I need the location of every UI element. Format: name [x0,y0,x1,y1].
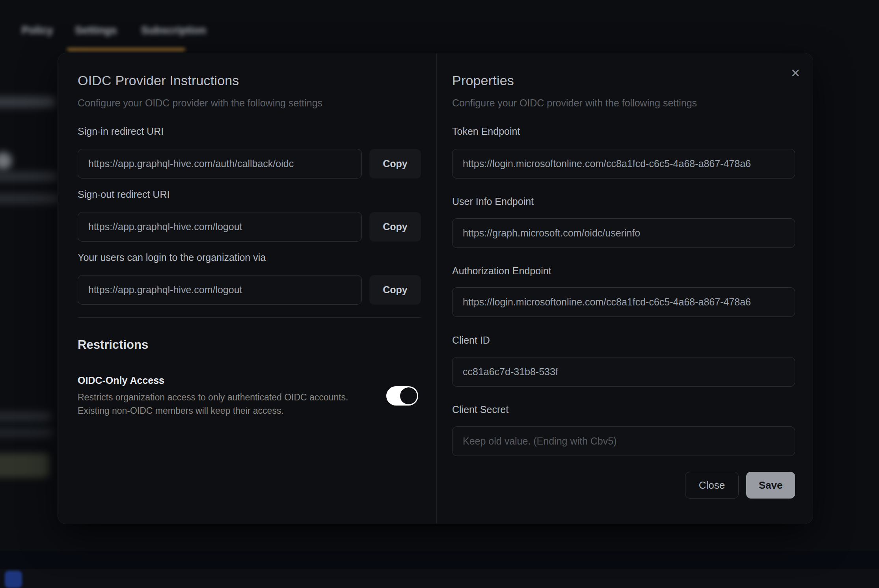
oidc-settings-modal: ✕ OIDC Provider Instructions Configure y… [58,53,813,524]
tab-settings[interactable]: Settings [75,24,117,37]
client-secret-box [452,426,795,456]
blurred-background-text [0,194,59,203]
token-endpoint-box [452,149,795,179]
tab-policy[interactable]: Policy [22,24,53,37]
organization-login-uri-input[interactable] [78,275,361,304]
copy-signin-uri-button[interactable]: Copy [369,149,421,179]
copy-signout-uri-button[interactable]: Copy [369,212,421,242]
token-endpoint-input[interactable] [453,149,795,178]
user-info-endpoint-input[interactable] [453,219,795,247]
copy-login-uri-button[interactable]: Copy [369,275,421,305]
client-id-box [452,357,795,387]
modal-column-divider [436,53,437,524]
user-info-endpoint-box [452,218,795,248]
properties-panel: Properties Configure your OIDC provider … [452,53,795,524]
client-secret-label: Client Secret [452,404,508,415]
tab-subscription[interactable]: Subscription [141,24,206,37]
organization-login-uri-label: Your users can login to the organization… [78,252,266,263]
signout-redirect-uri-box [78,212,362,242]
authorization-endpoint-label: Authorization Endpoint [452,265,551,277]
footer-logo-square [5,571,22,588]
oidc-instructions-panel: OIDC Provider Instructions Configure you… [78,53,428,524]
toggle-thumb [400,387,417,404]
restrictions-divider [78,317,421,318]
user-info-endpoint-label: User Info Endpoint [452,196,534,207]
blurred-background-avatar [0,152,12,169]
client-secret-input[interactable] [453,427,795,456]
oidc-only-access-toggle[interactable] [386,386,418,406]
authorization-endpoint-input[interactable] [453,288,795,316]
panel-subtitle: Configure your OIDC provider with the fo… [452,97,697,109]
restrictions-heading: Restrictions [78,338,148,352]
description-line-2: Existing non-OIDC members will keep thei… [78,406,284,416]
background-bottom-band [0,551,879,569]
blurred-background-text [0,412,51,421]
blurred-background-text [0,172,57,181]
panel-subtitle: Configure your OIDC provider with the fo… [78,97,322,109]
blurred-background-button [0,453,49,478]
signin-redirect-uri-label: Sign-in redirect URI [78,126,164,137]
signout-redirect-uri-label: Sign-out redirect URI [78,189,169,200]
signin-redirect-uri-box [78,149,362,179]
client-id-label: Client ID [452,335,490,346]
organization-login-uri-box [78,275,362,305]
background-footer [0,569,879,588]
client-id-input[interactable] [453,357,795,386]
active-tab-underline [67,48,185,51]
save-button[interactable]: Save [746,472,795,499]
description-line-1: Restricts organization access to only au… [78,392,348,402]
panel-title: OIDC Provider Instructions [78,73,239,88]
signin-redirect-uri-input[interactable] [78,149,361,178]
signout-redirect-uri-input[interactable] [78,212,361,241]
token-endpoint-label: Token Endpoint [452,126,520,137]
panel-title: Properties [452,73,514,88]
blurred-background-text [0,97,55,107]
close-button[interactable]: Close [685,472,739,499]
blurred-background-text [0,429,53,437]
oidc-only-access-label: OIDC-Only Access [78,375,164,386]
authorization-endpoint-box [452,287,795,317]
oidc-only-access-description: Restricts organization access to only au… [78,391,348,417]
